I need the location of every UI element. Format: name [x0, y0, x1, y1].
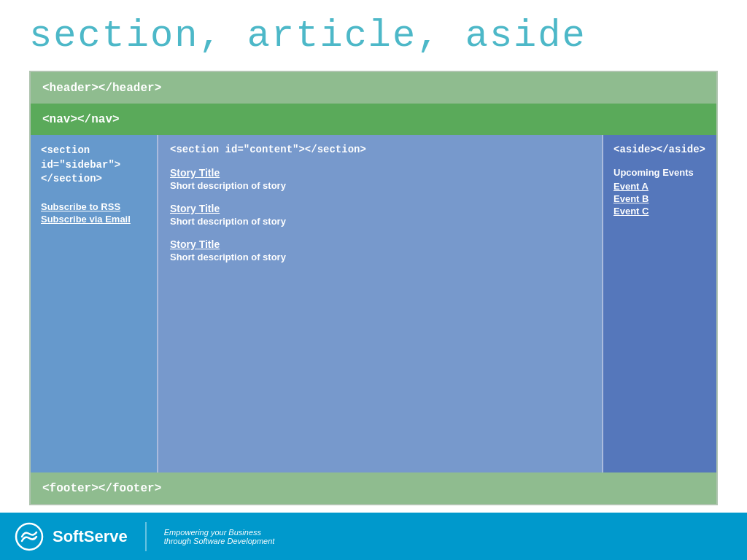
story-item-2: Story Title Short description of story — [170, 203, 590, 227]
story-title-1[interactable]: Story Title — [170, 167, 590, 179]
diagram-footer-row: <footer></footer> — [31, 472, 716, 504]
sidebar-links: Subscribe to RSS Subscribe via Email — [41, 201, 147, 225]
event-a-link[interactable]: Event A — [614, 181, 706, 192]
logo-text: SoftServe — [53, 527, 128, 546]
aside-tag: <aside></aside> — [614, 144, 706, 155]
sidebar-tag: <section id="sidebar"> </section> — [41, 144, 147, 187]
sidebar-tag-line3: </section> — [41, 173, 102, 184]
story-desc-2: Short description of story — [170, 216, 590, 227]
story-item-1: Story Title Short description of story — [170, 167, 590, 191]
rss-link[interactable]: Subscribe to RSS — [41, 201, 147, 212]
aside-links: Event A Event B Event C — [614, 181, 706, 217]
page-wrapper: section, article, aside <header></header… — [0, 0, 747, 560]
story-desc-1: Short description of story — [170, 180, 590, 191]
col-content: <section id="content"></section> Story T… — [158, 135, 603, 472]
story-title-3[interactable]: Story Title — [170, 238, 590, 250]
diagram-middle: <section id="sidebar"> </section> Subscr… — [31, 135, 716, 472]
email-link[interactable]: Subscribe via Email — [41, 214, 147, 225]
page-title: section, article, aside — [29, 15, 718, 58]
softserve-logo-icon — [15, 522, 44, 551]
col-sidebar: <section id="sidebar"> </section> Subscr… — [31, 135, 158, 472]
sidebar-tag-line1: <section — [41, 144, 90, 156]
event-b-link[interactable]: Event B — [614, 193, 706, 204]
sidebar-tag-line2: id="sidebar"> — [41, 159, 120, 171]
header-tag-label: <header></header> — [42, 82, 161, 95]
tagline-line-1: Empowering your Business — [164, 528, 275, 537]
nav-tag-label: <nav></nav> — [42, 113, 120, 126]
logo-divider — [145, 522, 147, 551]
diagram: <header></header> <nav></nav> <section i… — [29, 71, 718, 505]
col-aside: <aside></aside> Upcoming Events Event A … — [603, 135, 716, 472]
story-desc-3: Short description of story — [170, 252, 590, 262]
story-title-2[interactable]: Story Title — [170, 203, 590, 214]
footer-tag-label: <footer></footer> — [42, 482, 161, 495]
logo-area: SoftServe — [15, 522, 128, 551]
tagline: Empowering your Business through Softwar… — [164, 528, 275, 545]
aside-heading: Upcoming Events — [614, 167, 706, 178]
svg-point-0 — [16, 524, 42, 550]
event-c-link[interactable]: Event C — [614, 206, 706, 217]
story-item-3: Story Title Short description of story — [170, 238, 590, 262]
tagline-line-2: through Software Development — [164, 537, 275, 545]
main-content: section, article, aside <header></header… — [0, 0, 747, 513]
bottom-bar: SoftServe Empowering your Business throu… — [0, 513, 747, 560]
content-tag: <section id="content"></section> — [170, 144, 590, 155]
diagram-header-row: <header></header> — [31, 72, 716, 104]
diagram-nav-row: <nav></nav> — [31, 104, 716, 135]
